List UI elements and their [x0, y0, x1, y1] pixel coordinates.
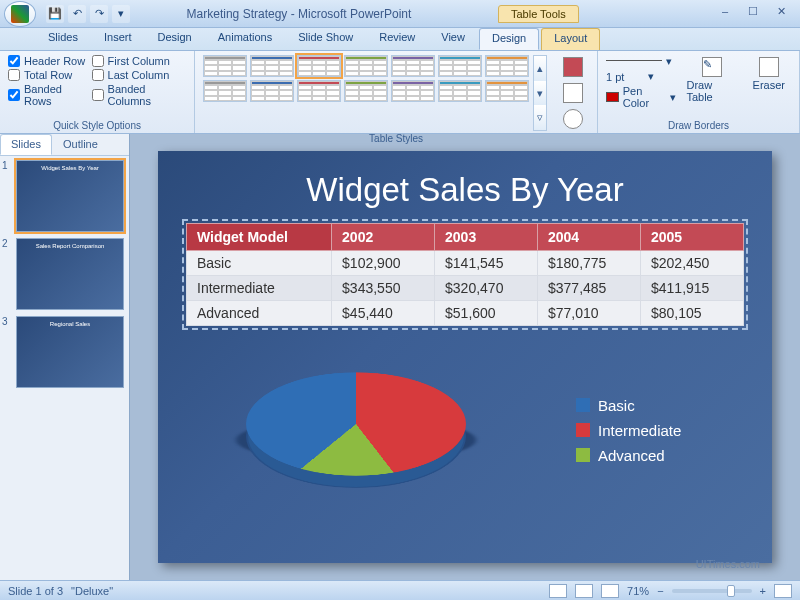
tab-slideshow[interactable]: Slide Show: [286, 28, 365, 50]
status-bar: Slide 1 of 3 "Deluxe" 71% − +: [0, 580, 800, 600]
table-style-thumb[interactable]: [250, 55, 294, 77]
borders-button[interactable]: [557, 81, 589, 105]
table-style-thumb[interactable]: [297, 80, 341, 102]
table-style-thumb[interactable]: [344, 55, 388, 77]
pencil-icon: ✎: [702, 57, 722, 77]
zoom-slider[interactable]: [672, 589, 752, 593]
table-style-thumb[interactable]: [297, 55, 341, 77]
check-banded-columns[interactable]: Banded Columns: [92, 83, 187, 107]
table-style-thumb[interactable]: [203, 55, 247, 77]
group-label: Quick Style Options: [8, 118, 186, 131]
close-button[interactable]: ✕: [770, 5, 792, 23]
border-weight-dropdown[interactable]: 1 pt▾: [606, 70, 676, 83]
effects-icon: [563, 109, 583, 129]
table-header: 2005: [640, 224, 743, 251]
table-cell: $180,775: [538, 251, 641, 276]
tab-design[interactable]: Design: [145, 28, 203, 50]
redo-icon[interactable]: ↷: [90, 5, 108, 23]
save-icon[interactable]: 💾: [46, 5, 64, 23]
tab-table-design[interactable]: Design: [479, 28, 539, 50]
table-style-thumb[interactable]: [391, 55, 435, 77]
panel-tab-outline[interactable]: Outline: [52, 134, 109, 155]
maximize-button[interactable]: ☐: [742, 5, 764, 23]
table-style-thumb[interactable]: [438, 80, 482, 102]
slide-thumbnail[interactable]: Regional Sales: [16, 316, 124, 388]
table-cell: $77,010: [538, 301, 641, 326]
slides-panel: Slides Outline 1Widget Sales By Year2Sal…: [0, 134, 130, 580]
more-icon: ▿: [534, 105, 546, 130]
pen-swatch-icon: [606, 92, 619, 102]
style-gallery[interactable]: [203, 55, 529, 131]
window-controls: – ☐ ✕: [714, 5, 792, 23]
check-first-column[interactable]: First Column: [92, 55, 187, 67]
check-banded-rows[interactable]: Banded Rows: [8, 83, 88, 107]
slide-thumbnail[interactable]: Widget Sales By Year: [16, 160, 124, 232]
panel-tab-slides[interactable]: Slides: [0, 134, 52, 155]
table-header: 2004: [538, 224, 641, 251]
table-cell: $202,450: [640, 251, 743, 276]
gallery-spinner[interactable]: ▴▾▿: [533, 55, 547, 131]
tab-view[interactable]: View: [429, 28, 477, 50]
sales-table[interactable]: Widget Model2002200320042005 Basic$102,9…: [186, 223, 744, 326]
pie-chart[interactable]: [226, 340, 526, 520]
legend-item: Advanced: [576, 447, 681, 464]
group-quick-style-options: Header Row Total Row Banded Rows First C…: [0, 51, 195, 133]
pen-color-dropdown[interactable]: Pen Color▾: [606, 85, 676, 109]
slide-title: Widget Sales By Year: [306, 171, 623, 209]
table-cell: Intermediate: [187, 276, 332, 301]
table-style-thumb[interactable]: [438, 55, 482, 77]
table-style-thumb[interactable]: [344, 80, 388, 102]
office-button[interactable]: [4, 1, 36, 27]
tab-insert[interactable]: Insert: [92, 28, 144, 50]
check-total-row[interactable]: Total Row: [8, 69, 88, 81]
view-sorter-button[interactable]: [575, 584, 593, 598]
qat-dropdown-icon[interactable]: ▾: [112, 5, 130, 23]
table-cell: $377,485: [538, 276, 641, 301]
ribbon-tab-strip: Slides Insert Design Animations Slide Sh…: [0, 28, 800, 50]
zoom-level: 71%: [627, 585, 649, 597]
view-normal-button[interactable]: [549, 584, 567, 598]
slide[interactable]: Widget Sales By Year Widget Model2002200…: [158, 151, 772, 563]
zoom-out-button[interactable]: −: [657, 585, 663, 597]
legend-item: Intermediate: [576, 422, 681, 439]
tab-slides[interactable]: Slides: [36, 28, 90, 50]
check-header-row[interactable]: Header Row: [8, 55, 88, 67]
slide-thumbnail[interactable]: Sales Report Comparison: [16, 238, 124, 310]
border-style-dropdown[interactable]: ▾: [606, 55, 676, 68]
legend-item: Basic: [576, 397, 681, 414]
workspace: Slides Outline 1Widget Sales By Year2Sal…: [0, 134, 800, 580]
fill-icon: [563, 57, 583, 77]
table-cell: $45,440: [332, 301, 435, 326]
eraser-button[interactable]: Eraser: [747, 55, 791, 118]
table-style-thumb[interactable]: [203, 80, 247, 102]
fit-window-button[interactable]: [774, 584, 792, 598]
minimize-button[interactable]: –: [714, 5, 736, 23]
table-header: 2003: [435, 224, 538, 251]
table-style-thumb[interactable]: [391, 80, 435, 102]
tab-review[interactable]: Review: [367, 28, 427, 50]
table-cell: $51,600: [435, 301, 538, 326]
table-style-thumb[interactable]: [485, 80, 529, 102]
group-label: Draw Borders: [606, 118, 791, 131]
window-title: Marketing Strategy - Microsoft PowerPoin…: [130, 7, 468, 21]
undo-icon[interactable]: ↶: [68, 5, 86, 23]
tab-table-layout[interactable]: Layout: [541, 28, 600, 50]
quick-access-toolbar: 💾 ↶ ↷ ▾: [46, 5, 130, 23]
context-tab-group: Table Tools: [498, 5, 579, 23]
legend-swatch-icon: [576, 398, 590, 412]
table-cell: $80,105: [640, 301, 743, 326]
ribbon: Header Row Total Row Banded Rows First C…: [0, 50, 800, 134]
table-cell: Basic: [187, 251, 332, 276]
tab-animations[interactable]: Animations: [206, 28, 284, 50]
table-style-thumb[interactable]: [250, 80, 294, 102]
view-slideshow-button[interactable]: [601, 584, 619, 598]
draw-table-button[interactable]: ✎Draw Table: [680, 55, 742, 118]
thumb-number: 1: [2, 160, 12, 232]
effects-button[interactable]: [557, 107, 589, 131]
zoom-in-button[interactable]: +: [760, 585, 766, 597]
check-last-column[interactable]: Last Column: [92, 69, 187, 81]
table-cell: $343,550: [332, 276, 435, 301]
table-style-thumb[interactable]: [485, 55, 529, 77]
shading-button[interactable]: [557, 55, 589, 79]
table-row: Advanced$45,440$51,600$77,010$80,105: [187, 301, 744, 326]
